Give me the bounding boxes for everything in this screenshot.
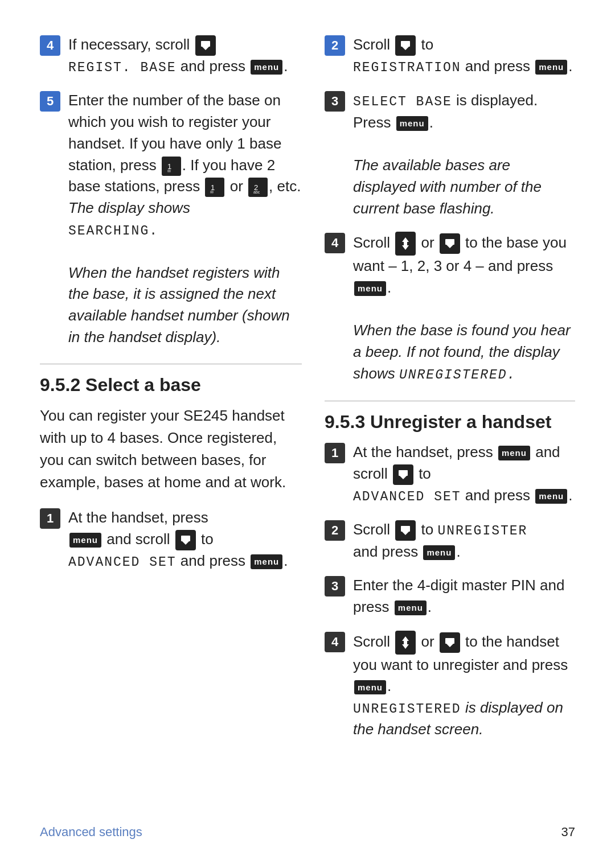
main-content: 4 If necessary, scroll REGIST. BASE and … [40,34,575,802]
svg-rect-24 [445,638,454,644]
menu-btn-952-1: menu [69,533,101,548]
svg-rect-19 [401,526,410,532]
menu-btn-952-2: menu [251,554,282,569]
svg-text:✉: ✉ [167,169,171,172]
advanced-set-mono-l: ADVANCED SET [68,555,177,570]
left-column: 4 If necessary, scroll REGIST. BASE and … [40,34,302,802]
key-2: 2 abc [248,178,268,197]
section-952-title: 9.5.2 Select a base [40,375,302,396]
regist-base-mono: REGIST. BASE [68,60,177,75]
svg-marker-16 [446,245,453,248]
scroll-icon-953-1 [393,464,413,485]
step-4-right-italic: When the base is found you hear a beep. … [353,322,571,381]
divider-952 [40,364,302,364]
scroll-icon-953-4 [440,632,460,653]
step-4-block: 4 If necessary, scroll REGIST. BASE and … [40,34,302,77]
footer-page: 37 [561,825,575,840]
page: 4 If necessary, scroll REGIST. BASE and … [0,0,615,868]
footer-left: Advanced settings [40,825,142,840]
menu-btn-953-1b: menu [535,489,567,504]
registration-mono: REGISTRATION [353,60,461,75]
svg-marker-18 [400,476,407,479]
step-4-text: If necessary, scroll REGIST. BASE and pr… [68,34,302,77]
svg-marker-14 [402,245,409,250]
svg-rect-0 [201,41,210,47]
select-base-mono: SELECT BASE [353,94,452,109]
svg-rect-15 [445,239,454,245]
scroll-icon-r2 [395,35,416,56]
unregister-mono: UNREGISTER [437,524,527,538]
step-953-4-num: 4 [325,632,345,652]
step-5-italic2: When the handset registers with the base… [68,264,290,345]
step-3-block: 3 SELECT BASE is displayed. Press menu. … [325,90,575,219]
step-4-right-text: Scroll or [353,232,575,385]
step-5-block: 5 Enter the number of the base on which … [40,90,302,348]
menu-btn-953-1a: menu [498,446,530,460]
menu-btn-r2: menu [535,60,567,75]
step-953-2-text: Scroll to UNREGISTER and press menu. [353,519,575,562]
step-4-right-block: 4 Scroll or [325,232,575,385]
svg-rect-10 [401,41,410,47]
right-column: 2 Scroll to REGISTRATION and press menu. [325,34,575,802]
step-953-3-text: Enter the 4-digit master PIN and press m… [353,575,575,618]
unregistered-mono-953: UNREGISTERED [353,702,461,717]
svg-marker-25 [446,644,453,647]
svg-text:abc: abc [253,190,260,194]
key-1: 1 ✉ [162,157,181,176]
svg-rect-22 [404,640,407,645]
step-3-text: SELECT BASE is displayed. Press menu. Th… [353,90,575,219]
svg-marker-20 [402,532,409,535]
svg-rect-13 [404,241,407,246]
menu-btn-953-2: menu [423,545,455,560]
step-953-3-block: 3 Enter the 4-digit master PIN and press… [325,575,575,618]
step-952-1-block: 1 At the handset, press menu and scroll … [40,507,302,572]
searching-mono: SEARCHING. [68,224,158,238]
scroll-icon-953-2 [395,520,416,541]
svg-marker-12 [402,237,409,242]
section-952-intro: You can register your SE245 handset with… [40,405,302,493]
menu-btn-953-3: menu [395,600,427,615]
step-5-num: 5 [40,91,60,112]
step-953-2-num: 2 [325,520,345,541]
step-2-block: 2 Scroll to REGISTRATION and press menu. [325,34,575,77]
svg-marker-1 [202,47,209,50]
svg-rect-17 [399,470,408,476]
svg-rect-8 [181,536,190,541]
step-952-1-text: At the handset, press menu and scroll to… [68,507,302,572]
step-953-1-num: 1 [325,443,345,463]
step-5-text: Enter the number of the base on which yo… [68,90,302,348]
menu-btn-1: menu [251,60,282,75]
step-3-num: 3 [325,91,345,112]
svg-text:✉: ✉ [210,190,214,194]
step-953-1-text: At the handset, press menu and scroll to… [353,442,575,507]
svg-marker-23 [402,644,409,649]
svg-marker-21 [402,636,409,641]
advanced-set-mono-r: ADVANCED SET [353,489,461,504]
step-4-num: 4 [40,35,60,56]
step-2-text: Scroll to REGISTRATION and press menu. [353,34,575,77]
section-952: 9.5.2 Select a base You can register you… [40,375,302,493]
step-5-italic1: The display shows [68,199,190,216]
scroll-icon-952 [175,530,196,550]
step-953-1-block: 1 At the handset, press menu and scroll … [325,442,575,507]
nav-up-icon-953-4 [395,631,416,655]
menu-btn-r4: menu [354,281,386,296]
step-4-right-num: 4 [325,233,345,253]
scroll-icon [195,35,216,56]
key-1b: 1 ✉ [205,178,224,197]
step-953-4-block: 4 Scroll or [325,631,575,741]
svg-marker-11 [402,47,409,50]
section-953-title: 9.5.3 Unregister a handset [325,412,575,433]
unregistered-mono-r4: UNREGISTERED. [399,368,516,382]
step-953-2-block: 2 Scroll to UNREGISTER and press menu. [325,519,575,562]
step-953-4-text: Scroll or [353,631,575,741]
divider-953 [325,401,575,401]
step-953-3-num: 3 [325,576,345,597]
step-952-1-num: 1 [40,508,60,529]
nav-up-icon-r4 [395,232,416,256]
scroll-icon-r4 [440,233,460,254]
footer: Advanced settings 37 [40,819,575,840]
step-3-italic: The available bases are displayed with n… [353,157,542,216]
menu-btn-953-4: menu [354,680,386,695]
menu-btn-r3: menu [396,116,428,131]
